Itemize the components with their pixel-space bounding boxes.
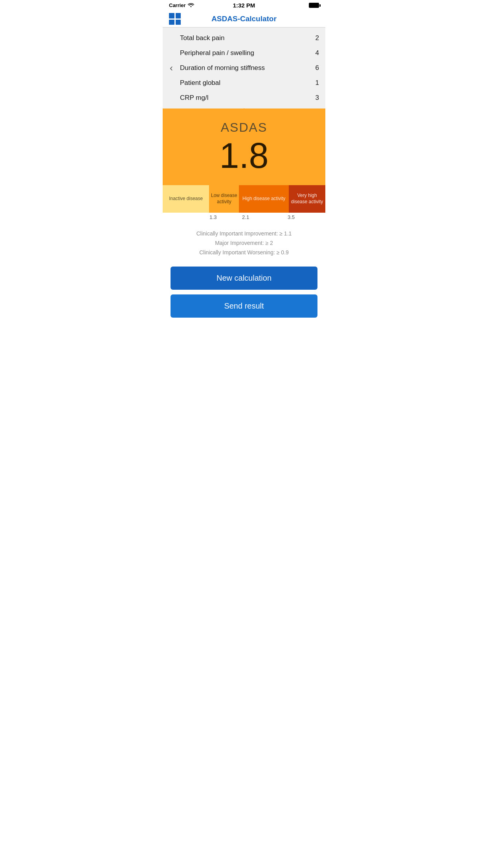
- param-label-total-back-pain: Total back pain: [180, 34, 224, 42]
- param-value-total-back-pain: 2: [316, 34, 319, 42]
- segment-low: Low disease activity: [209, 185, 239, 213]
- score-value: 1.8: [171, 138, 317, 173]
- segment-high-label: High disease activity: [242, 196, 285, 202]
- segment-very-high: Very high disease activity: [289, 185, 325, 213]
- param-value-crp: 3: [316, 94, 319, 102]
- segment-inactive: Inactive disease: [163, 185, 209, 213]
- carrier-label: Carrier: [169, 2, 186, 8]
- param-label-patient-global: Patient global: [180, 79, 220, 87]
- threshold-3: 3.5: [288, 214, 295, 220]
- logo-square-2: [176, 13, 181, 18]
- threshold-2: 2.1: [242, 214, 249, 220]
- buttons-section: New calculation Send result: [163, 263, 325, 322]
- param-label-morning-stiffness: Duration of morning stiffness: [180, 64, 265, 72]
- segment-high: High disease activity: [239, 185, 289, 213]
- logo-square-1: [169, 13, 174, 18]
- app-header: ASDAS-Calculator: [163, 11, 325, 28]
- param-row-morning-stiffness: Duration of morning stiffness 6: [180, 61, 319, 75]
- param-value-morning-stiffness: 6: [316, 64, 319, 72]
- score-label: ASDAS: [171, 120, 317, 135]
- param-row-total-back-pain: Total back pain 2: [180, 31, 319, 46]
- info-section: Clinically Important Improvement: ≥ 1.1 …: [163, 221, 325, 263]
- battery-fill: [309, 3, 319, 7]
- status-time: 1:32 PM: [233, 2, 255, 9]
- threshold-1: 1.3: [209, 214, 216, 220]
- score-pointer-up: [236, 108, 252, 117]
- app-logo: [169, 13, 181, 25]
- segment-inactive-label: Inactive disease: [169, 196, 203, 202]
- wifi-icon: [188, 2, 194, 8]
- logo-square-4: [176, 20, 181, 25]
- score-pointer-down: [236, 177, 252, 186]
- info-line-3: Clinically Important Worsening: ≥ 0.9: [171, 248, 317, 257]
- param-row-crp: CRP mg/l 3: [180, 90, 319, 105]
- info-line-1: Clinically Important Improvement: ≥ 1.1: [171, 229, 317, 239]
- status-bar: Carrier 1:32 PM: [163, 0, 325, 11]
- back-button[interactable]: ‹: [166, 59, 177, 77]
- threshold-row: 1.3 2.1 3.5: [163, 213, 325, 221]
- logo-square-3: [169, 20, 174, 25]
- param-value-patient-global: 1: [316, 79, 319, 87]
- send-result-button[interactable]: Send result: [171, 294, 317, 318]
- param-value-peripheral-pain: 4: [316, 49, 319, 57]
- battery-icon: [309, 3, 319, 8]
- params-list: Total back pain 2 Peripheral pain / swel…: [163, 28, 325, 108]
- param-label-peripheral-pain: Peripheral pain / swelling: [180, 49, 254, 57]
- param-label-crp: CRP mg/l: [180, 94, 208, 102]
- param-row-peripheral-pain: Peripheral pain / swelling 4: [180, 46, 319, 61]
- segment-low-label: Low disease activity: [211, 193, 237, 205]
- status-left: Carrier: [169, 2, 194, 8]
- header-title: ASDAS-Calculator: [211, 15, 277, 23]
- score-section: ASDAS 1.8: [163, 108, 325, 185]
- params-section: ‹ Total back pain 2 Peripheral pain / sw…: [163, 28, 325, 108]
- param-row-patient-global: Patient global 1: [180, 75, 319, 90]
- segment-very-high-label: Very high disease activity: [290, 193, 324, 205]
- info-line-2: Major Improvement: ≥ 2: [171, 239, 317, 248]
- activity-bar: Inactive disease Low disease activity Hi…: [163, 185, 325, 213]
- new-calculation-button[interactable]: New calculation: [171, 267, 317, 290]
